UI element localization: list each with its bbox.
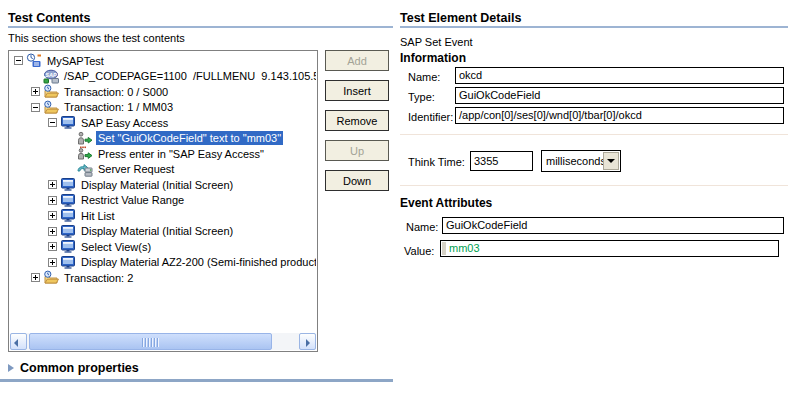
name-label: Name: [408,71,440,83]
scroll-left-icon[interactable] [10,333,27,350]
screen-icon [60,239,76,254]
attribute-name-label: Name: [406,221,438,233]
collapse-icon[interactable] [31,103,40,112]
divider [400,134,788,135]
tree-row[interactable]: Select View(s) [10,239,316,255]
combo-dropdown-button[interactable] [603,152,619,170]
tree-row[interactable]: SAP/SAP_CODEPAGE=1100 /FULLMENU 9.143.10… [10,69,316,85]
collapse-icon[interactable] [14,56,23,65]
expand-icon[interactable] [48,180,57,189]
screen-icon [60,208,76,223]
think-time-field[interactable]: 3355 [470,151,533,171]
type-label: Type: [408,91,435,103]
chevron-down-icon [607,159,615,167]
tree-item-label: Restrict Value Range [79,193,186,207]
expand-icon[interactable] [48,211,57,220]
test-element-details-title: Test Element Details [400,11,521,25]
tree-item-label: Display Material AZ2-200 (Semi-finished … [79,255,316,269]
tree-row[interactable]: Hit List [10,208,316,224]
expand-icon[interactable] [48,227,57,236]
attribute-value-label: Value: [404,245,434,257]
remove-button[interactable]: Remove [325,110,389,131]
tree-row[interactable]: Transaction: 2 [10,270,316,286]
test-contents-rule [8,26,393,28]
tree-row[interactable]: Restrict Value Range [10,193,316,209]
up-button: Up [325,140,389,161]
think-time-unit-value: milliseconds [546,155,606,167]
tree-row[interactable]: Transaction: 0 / S000 [10,84,316,100]
transaction-icon [43,100,59,115]
tree-item-label: Display Material (Initial Screen) [79,178,235,192]
tree-item-label: Transaction: 1 / MM03 [62,100,175,114]
press-enter-icon [77,146,93,161]
tree-item-label: /SAP_CODEPAGE=1100 /FULLMENU 9.143.105.5 [62,69,316,83]
horizontal-scrollbar[interactable] [10,333,316,350]
screen-icon [60,224,76,239]
tree-item-label: Server Request [96,162,176,176]
expand-icon[interactable] [31,273,40,282]
transaction-icon [43,84,59,99]
sap-connection-icon: SAP [43,69,59,84]
tree-row[interactable]: MySAPTest [10,53,316,69]
server-request-icon [77,162,93,177]
tree-row[interactable]: Transaction: 1 / MM03 [10,100,316,116]
tree-row[interactable]: Press enter in "SAP Easy Access" [10,146,316,162]
tree-item-label: Transaction: 0 / S000 [62,85,170,99]
common-properties-twistie-icon[interactable] [8,364,14,372]
svg-text:SAP: SAP [45,71,57,77]
datapool-strip [442,242,446,255]
identifier-label: Identifier: [408,111,453,123]
expand-icon[interactable] [31,87,40,96]
test-contents-title: Test Contents [8,11,90,25]
name-field[interactable]: okcd [455,67,784,84]
screen-icon [60,177,76,192]
screen-icon [60,193,76,208]
tree-item-label: MySAPTest [45,54,106,68]
tree-item-label: Display Material (Initial Screen) [79,224,235,238]
divider [400,185,788,186]
test-element-details-rule [400,26,788,28]
tree-row[interactable]: Display Material (Initial Screen) [10,224,316,240]
add-button: Add [325,50,389,71]
identifier-field[interactable]: /app/con[0]/ses[0]/wnd[0]/tbar[0]/okcd [455,107,784,124]
tree-row[interactable]: Display Material (Initial Screen) [10,177,316,193]
test-contents-tree: MySAPTestSAP/SAP_CODEPAGE=1100 /FULLMENU… [8,50,318,352]
tree-row[interactable]: Server Request [10,162,316,178]
collapse-icon[interactable] [48,118,57,127]
tree-item-label: Press enter in "SAP Easy Access" [96,147,266,161]
tree-item-label: Select View(s) [79,240,153,254]
tree-item-label: Transaction: 2 [62,271,135,285]
set-event-icon [77,131,93,146]
tree-row[interactable]: Set "GuiOkCodeField" text to "mm03" [10,131,316,147]
attribute-value-field[interactable]: mm03 [440,240,779,257]
tree-row[interactable]: SAP Easy Access [10,115,316,131]
down-button[interactable]: Down [325,170,389,191]
sap-test-icon [26,53,42,68]
scroll-right-icon[interactable] [299,333,316,350]
insert-button[interactable]: Insert [325,80,389,101]
test-contents-subtitle: This section shows the test contents [8,32,185,44]
tree-item-label: Set "GuiOkCodeField" text to "mm03" [96,131,283,145]
expand-icon[interactable] [48,242,57,251]
scrollbar-thumb[interactable] [29,333,272,350]
think-time-unit-select[interactable]: milliseconds [541,150,621,172]
think-time-label: Think Time: [408,156,465,168]
tree-rows: MySAPTestSAP/SAP_CODEPAGE=1100 /FULLMENU… [10,53,316,332]
screen-icon [60,255,76,270]
attribute-value-text: mm03 [449,242,480,254]
common-properties-label[interactable]: Common properties [20,361,139,375]
screen-icon [60,115,76,130]
type-field[interactable]: GuiOkCodeField [455,87,784,104]
tree-row[interactable]: Display Material AZ2-200 (Semi-finished … [10,255,316,271]
tree-item-label: Hit List [79,209,117,223]
common-properties-rule [0,379,393,382]
transaction-icon [43,270,59,285]
tree-item-label: SAP Easy Access [79,116,170,130]
expand-icon[interactable] [48,196,57,205]
expand-icon[interactable] [48,258,57,267]
event-attributes-heading: Event Attributes [400,196,492,210]
attribute-name-field[interactable]: GuiOkCodeField [442,217,784,234]
information-heading: Information [400,51,466,65]
event-type-label: SAP Set Event [400,36,473,48]
